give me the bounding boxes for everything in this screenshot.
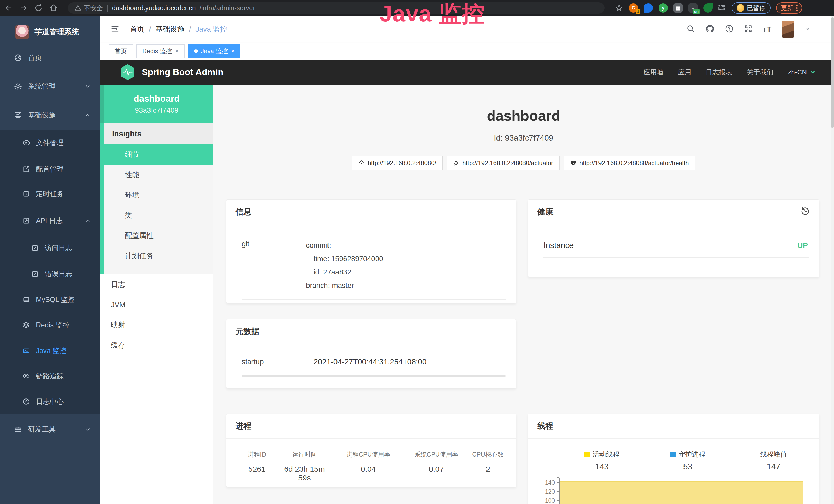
sidebar-item-log-center[interactable]: 日志中心 bbox=[0, 391, 100, 412]
github-icon[interactable] bbox=[705, 24, 715, 35]
sba-item-scheduled-tasks[interactable]: 计划任务 bbox=[100, 246, 213, 266]
user-menu-caret-icon[interactable] bbox=[805, 26, 811, 33]
log-edit-icon bbox=[31, 270, 39, 278]
sba-item-details[interactable]: 细节 bbox=[100, 144, 213, 165]
help-icon[interactable] bbox=[725, 24, 733, 34]
sidebar-item-scheduled-jobs[interactable]: 定时任务 bbox=[0, 183, 100, 204]
sba-insights-items: 细节 性能 环境 类 配置属性 计划任务 bbox=[100, 144, 213, 274]
legend-label-live: 活动线程 bbox=[593, 450, 619, 459]
address-bar[interactable]: 不安全 | dashboard.yudao.iocoder.cn /infra/… bbox=[68, 2, 605, 14]
bookmark-star-icon[interactable] bbox=[615, 4, 623, 12]
tab-home[interactable]: 首页 bbox=[109, 44, 133, 58]
sidebar-item-tracing[interactable]: 链路追踪 bbox=[0, 366, 100, 387]
ext-icon-switch[interactable]: ≡on bbox=[688, 3, 698, 13]
status-badge: UP bbox=[797, 241, 808, 250]
sba-item-jvm[interactable]: JVM bbox=[100, 295, 213, 315]
app-header: 首页 / 基础设施 / Java 监控 ᴛT bbox=[100, 16, 834, 43]
font-size-icon[interactable]: ᴛT bbox=[763, 25, 771, 33]
sba-item-classes[interactable]: 类 bbox=[100, 205, 213, 225]
y-tick-100: 100 bbox=[545, 497, 555, 504]
browser-forward-icon[interactable] bbox=[20, 4, 28, 12]
search-icon[interactable] bbox=[686, 24, 695, 34]
health-card: 健康 Instance UP bbox=[528, 200, 819, 277]
process-card-title: 进程 bbox=[236, 420, 251, 431]
sba-locale-select[interactable]: zh-CN bbox=[788, 68, 816, 76]
breadcrumb-infrastructure[interactable]: 基础设施 bbox=[156, 24, 184, 34]
ext-icon-leaf[interactable] bbox=[703, 3, 712, 13]
service-url-link[interactable]: http://192.168.0.2:48080/ bbox=[352, 156, 443, 170]
sba-item-performance[interactable]: 性能 bbox=[100, 165, 213, 185]
scrollbar-thumb[interactable] bbox=[831, 18, 834, 128]
sidebar-item-config-management[interactable]: 配置管理 bbox=[0, 159, 100, 180]
instance-id: 93a3fc7f7409 bbox=[135, 106, 178, 115]
legend-label-daemon: 守护进程 bbox=[678, 450, 705, 459]
browser-back-icon[interactable] bbox=[5, 4, 13, 12]
ext-icon-orange[interactable]: C1 bbox=[629, 3, 638, 13]
col-header-system-cpu: 系统CPU使用率 bbox=[405, 450, 467, 459]
browser-home-icon[interactable] bbox=[49, 4, 58, 12]
header-actions: ᴛT bbox=[686, 21, 834, 38]
monitor-icon bbox=[14, 111, 22, 119]
breadcrumb-current: Java 监控 bbox=[196, 24, 227, 34]
sba-nav-journal[interactable]: 日志报表 bbox=[706, 68, 732, 77]
paused-badge[interactable]: 已暂停 bbox=[731, 2, 771, 14]
instance-box[interactable]: dashboard 93a3fc7f7409 bbox=[100, 85, 213, 123]
browser-update-button[interactable]: 更新 bbox=[776, 2, 802, 14]
sba-section-insights: Insights bbox=[100, 123, 213, 144]
app-logo[interactable]: 芋道管理系统 bbox=[0, 21, 100, 44]
process-cpu-value: 0.04 bbox=[332, 465, 405, 474]
sidebar-item-java-monitor[interactable]: Java 监控 bbox=[0, 340, 100, 361]
ext-icon-green-y[interactable]: y bbox=[659, 3, 668, 13]
fullscreen-icon[interactable] bbox=[744, 24, 752, 34]
sba-nav-about[interactable]: 关于我们 bbox=[747, 68, 773, 77]
ext-icon-grid[interactable]: ▦ bbox=[674, 3, 683, 13]
warning-triangle-icon bbox=[74, 5, 81, 11]
breadcrumb-home[interactable]: 首页 bbox=[130, 24, 144, 34]
sba-item-environment[interactable]: 环境 bbox=[100, 185, 213, 205]
sidebar-item-file-management[interactable]: 文件管理 bbox=[0, 132, 100, 153]
tab-redis-monitor[interactable]: Redis 监控 × bbox=[136, 44, 185, 58]
java-monitor-icon bbox=[23, 347, 30, 354]
ext-icon-pin[interactable] bbox=[644, 3, 653, 13]
user-avatar[interactable] bbox=[782, 21, 794, 38]
sba-item-mappings[interactable]: 映射 bbox=[100, 315, 213, 335]
security-label: 不安全 bbox=[84, 4, 103, 12]
sidebar-item-infrastructure[interactable]: 基础设施 bbox=[0, 105, 100, 125]
instance-links: http://192.168.0.2:48080/ http://192.168… bbox=[213, 156, 834, 170]
sba-item-caches[interactable]: 缓存 bbox=[100, 335, 213, 356]
health-url-link[interactable]: http://192.168.0.2:48080/actuator/health bbox=[564, 156, 695, 170]
sidebar-item-redis-monitor[interactable]: Redis 监控 bbox=[0, 315, 100, 336]
sba-nav-wallboard[interactable]: 应用墙 bbox=[643, 68, 663, 77]
horizontal-scrollbar[interactable] bbox=[242, 375, 506, 377]
sidebar-item-api-logs[interactable]: API 日志 bbox=[0, 210, 100, 231]
sidebar-item-system[interactable]: 系统管理 bbox=[0, 76, 100, 97]
sidebar-item-access-logs[interactable]: 访问日志 bbox=[0, 237, 100, 258]
sba-nav-applications[interactable]: 应用 bbox=[678, 68, 691, 77]
threads-card: 线程 活动线程 守护进程 线程峰值 143 53 147 140 bbox=[528, 414, 819, 504]
sidebar-item-mysql-monitor[interactable]: MySQL 监控 bbox=[0, 289, 100, 310]
sba-item-config-props[interactable]: 配置属性 bbox=[100, 225, 213, 246]
browser-reload-icon[interactable] bbox=[35, 4, 43, 12]
health-history-icon[interactable] bbox=[800, 206, 810, 218]
col-header-uptime: 运行时间 bbox=[278, 450, 332, 459]
live-threads-value: 143 bbox=[595, 462, 609, 472]
sidebar-item-home[interactable]: 首页 bbox=[0, 47, 100, 68]
extensions-puzzle-icon[interactable] bbox=[718, 4, 726, 12]
browser-extensions: C1 y ▦ ≡on 已暂停 更新 bbox=[615, 2, 802, 14]
tab-java-monitor[interactable]: Java 监控 × bbox=[188, 44, 240, 58]
system-cpu-value: 0.07 bbox=[405, 465, 467, 474]
sidebar-item-error-logs[interactable]: 错误日志 bbox=[0, 264, 100, 284]
browser-menu-icon[interactable] bbox=[796, 5, 797, 11]
info-card: 信息 git commit: time: 1596289704000 id: 2… bbox=[226, 200, 516, 303]
hamburger-icon[interactable] bbox=[110, 24, 120, 35]
close-icon[interactable]: × bbox=[175, 47, 179, 55]
y-tick-120: 120 bbox=[545, 488, 555, 495]
sba-item-logs[interactable]: 日志 bbox=[100, 274, 213, 295]
sidebar-item-dev-tools[interactable]: 研发工具 bbox=[0, 419, 100, 440]
sba-header: Spring Boot Admin 应用墙 应用 日志报表 关于我们 zh-CN bbox=[100, 60, 834, 85]
page-scrollbar[interactable] bbox=[831, 16, 834, 504]
close-icon[interactable]: × bbox=[231, 47, 235, 55]
actuator-url-link[interactable]: http://192.168.0.2:48080/actuator bbox=[447, 156, 560, 170]
timer-icon bbox=[23, 190, 30, 198]
sba-brand[interactable]: Spring Boot Admin bbox=[120, 64, 223, 81]
